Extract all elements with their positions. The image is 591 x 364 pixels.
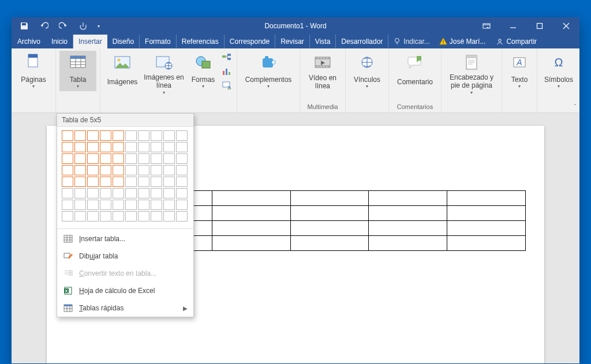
grid-cell[interactable] [62, 142, 73, 152]
screenshot-button[interactable] [222, 80, 233, 91]
grid-cell[interactable] [113, 177, 124, 187]
document-area[interactable]: Tabla de 5x5 Insertar tabla... Dibujar t… [12, 113, 579, 363]
grid-cell[interactable] [74, 211, 86, 222]
grid-cell[interactable] [176, 211, 188, 222]
tab-inicio[interactable]: Inicio [46, 35, 73, 48]
close-button[interactable] [553, 17, 579, 35]
grid-cell[interactable] [87, 165, 99, 175]
grid-cell[interactable] [151, 130, 162, 141]
grid-cell[interactable] [163, 200, 175, 210]
grid-cell[interactable] [163, 142, 175, 152]
grid-cell[interactable] [176, 200, 188, 210]
grid-cell[interactable] [74, 165, 86, 175]
tab-vista[interactable]: Vista [310, 35, 336, 48]
images-button[interactable]: Imágenes [104, 51, 141, 91]
tab-desarrollador[interactable]: Desarrollador [336, 35, 388, 48]
online-video-button[interactable]: Vídeo en línea [304, 51, 342, 91]
grid-cell[interactable] [163, 165, 175, 175]
grid-cell[interactable] [100, 177, 111, 187]
touch-mode-button[interactable] [74, 18, 92, 34]
grid-cell[interactable] [113, 188, 124, 198]
tell-me-search[interactable]: Indicar... [388, 35, 434, 48]
grid-cell[interactable] [62, 153, 73, 164]
grid-cell[interactable] [87, 188, 99, 198]
user-account[interactable]: José Marí... [435, 35, 491, 48]
save-button[interactable] [15, 18, 33, 34]
grid-cell[interactable] [176, 130, 188, 141]
grid-cell[interactable] [74, 188, 86, 198]
grid-cell[interactable] [74, 153, 86, 164]
share-button[interactable]: Compartir [490, 35, 543, 48]
grid-cell[interactable] [125, 130, 137, 141]
chart-button[interactable] [222, 66, 233, 78]
links-button[interactable]: Vínculos▾ [349, 51, 385, 91]
grid-cell[interactable] [100, 130, 111, 141]
grid-cell[interactable] [176, 177, 188, 187]
grid-cell[interactable] [138, 153, 149, 164]
grid-cell[interactable] [62, 165, 73, 175]
grid-cell[interactable] [138, 130, 149, 141]
grid-cell[interactable] [100, 153, 111, 164]
grid-cell[interactable] [113, 165, 124, 175]
grid-cell[interactable] [151, 211, 162, 222]
online-images-button[interactable]: Imágenes en línea▾ [143, 51, 185, 95]
grid-cell[interactable] [138, 177, 149, 187]
grid-cell[interactable] [163, 177, 175, 187]
grid-cell[interactable] [100, 142, 111, 152]
grid-cell[interactable] [163, 211, 175, 222]
tab-correspondencia[interactable]: Corresponde [225, 35, 275, 48]
grid-cell[interactable] [176, 153, 188, 164]
comment-button[interactable]: Comentario [392, 51, 437, 91]
grid-cell[interactable] [87, 142, 99, 152]
tab-referencias[interactable]: Referencias [177, 35, 225, 48]
menu-quick-tables[interactable]: Tablas rápidas ▶ [57, 299, 193, 317]
grid-cell[interactable] [176, 142, 188, 152]
minimize-button[interactable] [500, 17, 526, 35]
grid-cell[interactable] [163, 153, 175, 164]
grid-cell[interactable] [113, 200, 124, 210]
shapes-button[interactable]: Formas▾ [187, 51, 219, 91]
grid-cell[interactable] [87, 211, 99, 222]
grid-cell[interactable] [87, 130, 99, 141]
table-size-grid[interactable] [57, 127, 193, 227]
grid-cell[interactable] [74, 130, 86, 141]
collapse-ribbon-button[interactable]: ˆ [574, 104, 576, 110]
grid-cell[interactable] [113, 211, 124, 222]
grid-cell[interactable] [125, 188, 137, 198]
grid-cell[interactable] [176, 188, 188, 198]
tab-diseno[interactable]: Diseño [107, 35, 140, 48]
table-button[interactable]: Tabla▾ [59, 51, 96, 91]
grid-cell[interactable] [62, 130, 73, 141]
grid-cell[interactable] [176, 165, 188, 175]
grid-cell[interactable] [151, 188, 162, 198]
grid-cell[interactable] [74, 142, 86, 152]
grid-cell[interactable] [113, 130, 124, 141]
grid-cell[interactable] [138, 165, 149, 175]
menu-excel-spreadsheet[interactable]: X Hoja de cálculo de Excel [57, 282, 193, 299]
symbols-button[interactable]: Ω Símbolos▾ [541, 51, 577, 91]
grid-cell[interactable] [138, 188, 149, 198]
grid-cell[interactable] [125, 153, 137, 164]
tab-insertar[interactable]: Insertar [73, 35, 107, 48]
grid-cell[interactable] [100, 188, 111, 198]
pages-button[interactable]: Páginas▾ [15, 51, 52, 91]
grid-cell[interactable] [113, 153, 124, 164]
grid-cell[interactable] [87, 200, 99, 210]
grid-cell[interactable] [87, 177, 99, 187]
grid-cell[interactable] [62, 211, 73, 222]
grid-cell[interactable] [125, 142, 137, 152]
grid-cell[interactable] [125, 200, 137, 210]
grid-cell[interactable] [62, 177, 73, 187]
grid-cell[interactable] [151, 177, 162, 187]
tab-file[interactable]: Archivo [12, 35, 46, 48]
redo-button[interactable] [54, 18, 73, 34]
menu-insert-table[interactable]: Insertar tabla... [57, 230, 193, 247]
grid-cell[interactable] [100, 211, 111, 222]
grid-cell[interactable] [125, 165, 137, 175]
grid-cell[interactable] [74, 200, 86, 210]
grid-cell[interactable] [62, 200, 73, 210]
grid-cell[interactable] [138, 142, 149, 152]
grid-cell[interactable] [74, 177, 86, 187]
text-button[interactable]: A Texto▾ [506, 51, 533, 91]
grid-cell[interactable] [62, 188, 73, 198]
